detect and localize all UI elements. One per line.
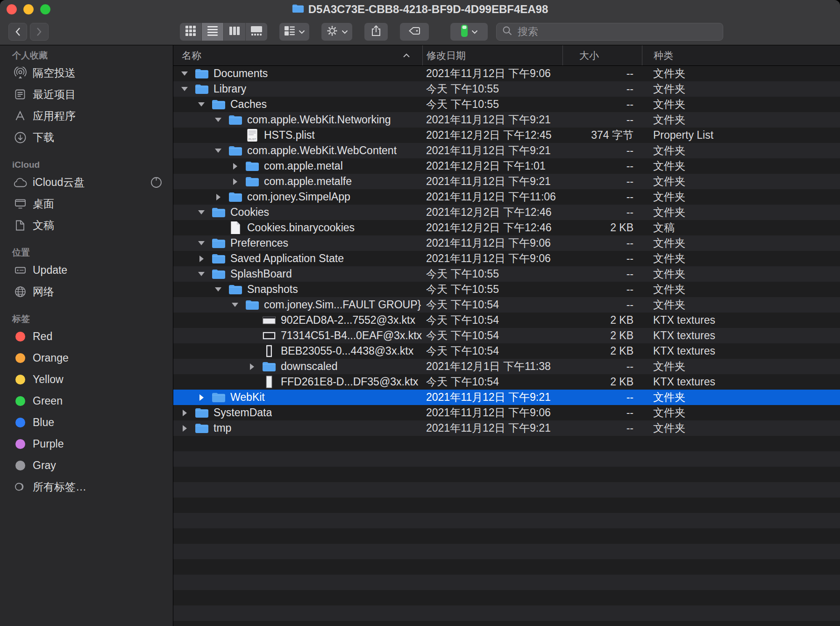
file-name: SplashBoard [230,268,292,280]
column-header-name[interactable]: 名称 [173,45,422,65]
kind-cell: 文件夹 [642,190,840,204]
size-cell: 2 KB [562,221,642,234]
list-header: 名称 修改日期 大小 种类 [173,45,840,66]
disclosure-expanded-icon[interactable] [195,102,208,107]
group-button[interactable] [279,23,309,41]
share-button[interactable] [364,23,388,41]
file-row[interactable]: tmp2021年11月12日 下午9:21--文件夹 [173,420,840,436]
disclosure-collapsed-icon[interactable] [228,178,242,185]
kind-cell: 文件夹 [642,159,840,173]
file-row[interactable]: BEB23055-0...4438@3x.ktx今天 下午10:542 KBKT… [173,343,840,359]
file-row[interactable]: FFD261E8-D...DF35@3x.ktx今天 下午10:542 KBKT… [173,374,840,390]
sidebar-item-Yellow[interactable]: Yellow [0,369,173,390]
file-row[interactable]: com.apple.metal2021年12月2日 下午1:01--文件夹 [173,158,840,174]
green-badge-button[interactable] [450,23,488,41]
sidebar-item-Orange[interactable]: Orange [0,347,173,369]
search-input[interactable] [517,25,717,38]
disclosure-collapsed-icon[interactable] [212,194,225,200]
disclosure-collapsed-icon[interactable] [178,425,191,432]
file-row[interactable]: SystemData2021年11月12日 下午9:06--文件夹 [173,405,840,420]
file-row[interactable]: Documents2021年11月12日 下午9:06--文件夹 [173,66,840,81]
file-row[interactable]: com.apple.WebKit.Networking2021年11月12日 下… [173,112,840,128]
file-row[interactable]: 71314C51-B4...0EAF@3x.ktx今天 下午10:542 KBK… [173,328,840,343]
disclosure-expanded-icon[interactable] [178,71,191,76]
sidebar-item-文稿[interactable]: 文稿 [0,214,173,236]
disclosure-collapsed-icon[interactable] [228,163,242,170]
disclosure-expanded-icon[interactable] [212,287,225,292]
disclosure-collapsed-icon[interactable] [195,394,208,401]
column-header-size[interactable]: 大小 [562,45,642,65]
sidebar-item-Blue[interactable]: Blue [0,412,173,433]
search-field[interactable] [496,23,723,41]
disclosure-expanded-icon[interactable] [178,87,191,91]
sidebar-item-下载[interactable]: 下载 [0,127,173,148]
column-header-kind[interactable]: 种类 [642,45,840,65]
sidebar-item-label: 网络 [33,285,54,299]
file-row[interactable]: SplashBoard今天 下午10:55--文件夹 [173,266,840,282]
sidebar-item-Green[interactable]: Green [0,390,173,412]
file-row[interactable]: Snapshots今天 下午10:55--文件夹 [173,282,840,297]
file-row[interactable]: Cookies.binarycookies2021年12月2日 下午12:462… [173,220,840,235]
sidebar-item-最近项目[interactable]: 最近项目 [0,84,173,105]
file-row[interactable]: com.joney.Sim...FAULT GROUP}今天 下午10:54--… [173,297,840,313]
tag-button[interactable] [400,23,429,41]
close-button[interactable] [7,4,17,14]
sidebar-item-label: Red [33,330,52,343]
sidebar-item-所有标签…[interactable]: 所有标签… [0,476,173,498]
list-view-segment[interactable] [201,23,223,41]
gallery-view-segment[interactable] [245,23,267,41]
folder-icon [212,206,226,220]
file-row[interactable]: WebKit2021年11月12日 下午9:21--文件夹 [173,390,840,405]
sidebar-item-隔空投送[interactable]: 隔空投送 [0,62,173,84]
sidebar-item-Update[interactable]: Update [0,259,173,281]
disclosure-expanded-icon[interactable] [195,272,208,276]
name-cell: WebKit [173,390,422,405]
folder-icon [212,236,226,250]
file-row[interactable]: com.apple.WebKit.WebContent2021年11月12日 下… [173,143,840,158]
name-cell: com.apple.WebKit.WebContent [173,143,422,158]
folder-icon [195,421,209,435]
size-cell: -- [562,114,642,126]
sidebar-item-iCloud云盘[interactable]: iCloud云盘 [0,171,173,193]
file-row[interactable]: com.joney.SimpelApp2021年11月12日 下午11:06--… [173,189,840,205]
disclosure-collapsed-icon[interactable] [195,256,208,262]
sidebar-item-应用程序[interactable]: 应用程序 [0,105,173,127]
sidebar-item-Purple[interactable]: Purple [0,433,173,455]
column-view-segment[interactable] [223,23,245,41]
column-header-date-modified[interactable]: 修改日期 [422,45,562,65]
sidebar-item-网络[interactable]: 网络 [0,281,173,302]
disclosure-collapsed-icon[interactable] [245,363,258,370]
file-row[interactable]: Preferences2021年11月12日 下午9:06--文件夹 [173,235,840,251]
sidebar-item-label: 应用程序 [33,109,76,123]
disclosure-expanded-icon[interactable] [228,303,242,307]
sort-ascending-icon [403,53,410,58]
sidebar-item-Red[interactable]: Red [0,326,173,347]
size-cell: 2 KB [562,314,642,327]
file-row[interactable]: PLISTHSTS.plist2021年12月2日 下午12:45374 字节P… [173,128,840,143]
forward-button[interactable] [30,23,49,41]
folder-icon [212,391,226,405]
disclosure-expanded-icon[interactable] [212,118,225,122]
disclosure-collapsed-icon[interactable] [178,410,191,416]
file-row[interactable]: Library今天 下午10:55--文件夹 [173,81,840,97]
disclosure-expanded-icon[interactable] [212,149,225,153]
sidebar-section-header: 个人收藏 [0,49,173,62]
zoom-button[interactable] [40,4,50,14]
file-row[interactable]: Saved Application State2021年11月12日 下午9:0… [173,251,840,266]
file-row[interactable]: Cookies2021年12月2日 下午12:46--文件夹 [173,205,840,220]
disclosure-expanded-icon[interactable] [195,241,208,245]
back-button[interactable] [8,23,27,41]
sidebar-item-Gray[interactable]: Gray [0,455,173,476]
icon-view-segment[interactable] [180,23,201,41]
size-cell: -- [562,299,642,311]
file-row[interactable]: downscaled2021年12月1日 下午11:38--文件夹 [173,359,840,374]
file-row[interactable]: 902EAD8A-2...7552@3x.ktx今天 下午10:542 KBKT… [173,313,840,328]
folder-icon [245,159,259,173]
sidebar-item-桌面[interactable]: 桌面 [0,193,173,214]
file-row[interactable]: Caches今天 下午10:55--文件夹 [173,97,840,112]
file-row[interactable]: com.apple.metalfe2021年11月12日 下午9:21--文件夹 [173,174,840,189]
disclosure-expanded-icon[interactable] [195,210,208,214]
name-cell: com.apple.metal [173,158,422,174]
action-button[interactable] [321,23,352,41]
minimize-button[interactable] [23,4,34,14]
